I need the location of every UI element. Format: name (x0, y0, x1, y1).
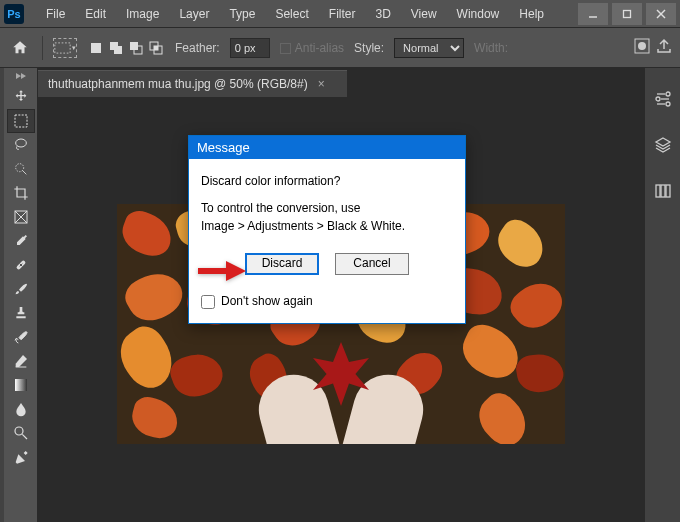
quick-select-tool-icon[interactable] (8, 158, 34, 180)
menu-image[interactable]: Image (116, 3, 169, 25)
libraries-panel-icon[interactable] (652, 180, 674, 202)
dont-show-again-label: Don't show again (221, 293, 313, 310)
selection-intersect-icon[interactable] (147, 39, 165, 57)
feather-input[interactable] (230, 38, 270, 58)
dodge-tool-icon[interactable] (8, 422, 34, 444)
svg-rect-4 (55, 42, 70, 52)
selection-new-icon[interactable] (87, 39, 105, 57)
eraser-tool-icon[interactable] (8, 350, 34, 372)
menu-select[interactable]: Select (265, 3, 318, 25)
window-controls (574, 3, 676, 25)
minimize-button[interactable] (578, 3, 608, 25)
dialog-titlebar[interactable]: Message (189, 136, 465, 159)
layers-panel-icon[interactable] (652, 134, 674, 156)
move-tool-icon[interactable] (8, 86, 34, 108)
dialog-hint-line1: To control the conversion, use (201, 200, 453, 217)
mask-edge-icon[interactable] (634, 38, 650, 57)
selection-mode (87, 39, 165, 57)
svg-point-31 (656, 97, 660, 101)
feather-label: Feather: (175, 41, 220, 55)
svg-point-29 (666, 92, 670, 96)
toolbar-collapse-icon[interactable] (4, 72, 37, 84)
anti-alias-checkbox: Anti-alias (280, 41, 344, 55)
svg-point-16 (15, 139, 26, 147)
eyedropper-tool-icon[interactable] (8, 230, 34, 252)
blur-tool-icon[interactable] (8, 398, 34, 420)
width-label: Width: (474, 41, 508, 55)
menu-help[interactable]: Help (509, 3, 554, 25)
close-button[interactable] (646, 3, 676, 25)
svg-point-33 (666, 102, 670, 106)
style-label: Style: (354, 41, 384, 55)
close-tab-icon[interactable]: × (318, 77, 325, 91)
selection-subtract-icon[interactable] (127, 39, 145, 57)
brush-tool-icon[interactable] (8, 278, 34, 300)
svg-rect-15 (15, 115, 27, 127)
svg-rect-34 (656, 185, 660, 197)
svg-rect-7 (114, 46, 122, 54)
menu-filter[interactable]: Filter (319, 3, 366, 25)
stamp-tool-icon[interactable] (8, 302, 34, 324)
svg-line-27 (22, 434, 27, 439)
options-bar: ▾ Feather: Anti-alias Style: Normal Widt… (0, 28, 680, 68)
separator (42, 36, 43, 60)
lasso-tool-icon[interactable] (8, 134, 34, 156)
document-tab-title: thuthuatphanmem mua thu.jpg @ 50% (RGB/8… (48, 77, 308, 91)
menu-window[interactable]: Window (447, 3, 510, 25)
svg-rect-1 (624, 10, 631, 17)
menubar: Ps File Edit Image Layer Type Select Fil… (0, 0, 680, 28)
marquee-tool-icon[interactable] (8, 110, 34, 132)
app-logo-text: Ps (7, 8, 20, 20)
share-icon[interactable] (656, 38, 672, 57)
discard-button[interactable]: Discard (245, 253, 319, 275)
app-logo: Ps (4, 4, 24, 24)
menu-3d[interactable]: 3D (365, 3, 400, 25)
document-tab[interactable]: thuthuatphanmem mua thu.jpg @ 50% (RGB/8… (38, 70, 347, 97)
history-brush-tool-icon[interactable] (8, 326, 34, 348)
menu-file[interactable]: File (36, 3, 75, 25)
dialog-hint-line2: Image > Adjustments > Black & White. (201, 218, 453, 235)
menu-edit[interactable]: Edit (75, 3, 116, 25)
right-panel-dock (644, 68, 680, 522)
svg-rect-12 (154, 46, 158, 50)
svg-point-26 (15, 427, 23, 435)
dont-show-again-checkbox[interactable]: Don't show again (201, 293, 453, 310)
dont-show-again-input[interactable] (201, 295, 215, 309)
menu-type[interactable]: Type (219, 3, 265, 25)
message-dialog: Message Discard color information? To co… (188, 135, 466, 324)
pen-tool-icon[interactable] (8, 446, 34, 468)
style-select[interactable]: Normal (394, 38, 464, 58)
cancel-button[interactable]: Cancel (335, 253, 409, 275)
document-tabs: thuthuatphanmem mua thu.jpg @ 50% (RGB/8… (38, 68, 644, 98)
dialog-question: Discard color information? (201, 173, 453, 190)
crop-tool-icon[interactable] (8, 182, 34, 204)
frame-tool-icon[interactable] (8, 206, 34, 228)
selection-add-icon[interactable] (107, 39, 125, 57)
gradient-tool-icon[interactable] (8, 374, 34, 396)
canvas-subject (256, 344, 426, 444)
marquee-preset-icon[interactable]: ▾ (53, 38, 77, 58)
svg-rect-5 (91, 43, 101, 53)
menu-items: File Edit Image Layer Type Select Filter… (36, 3, 574, 25)
svg-rect-25 (15, 379, 27, 391)
svg-rect-36 (666, 185, 670, 197)
menu-view[interactable]: View (401, 3, 447, 25)
svg-point-14 (638, 42, 646, 50)
healing-tool-icon[interactable] (8, 254, 34, 276)
home-icon[interactable] (8, 36, 32, 60)
toolbar (4, 68, 38, 522)
svg-rect-35 (661, 185, 665, 197)
menu-layer[interactable]: Layer (169, 3, 219, 25)
properties-panel-icon[interactable] (652, 88, 674, 110)
annotation-arrow-icon (196, 258, 248, 287)
maximize-button[interactable] (612, 3, 642, 25)
